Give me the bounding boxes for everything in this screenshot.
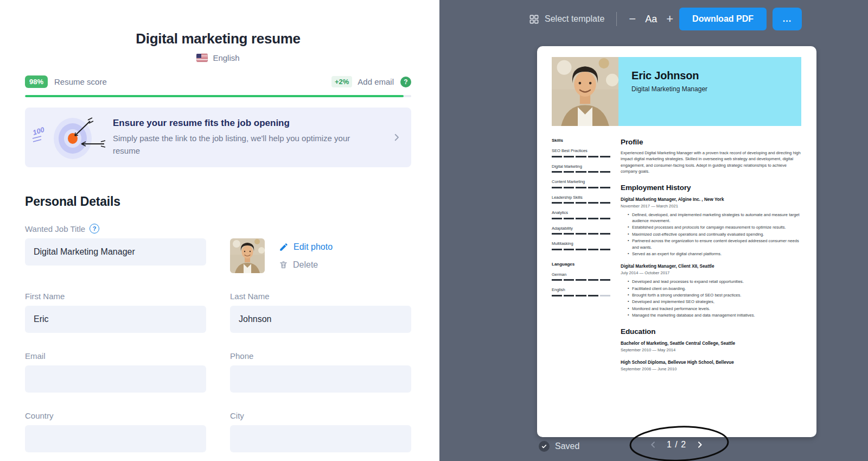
score-label: Resume score: [54, 77, 107, 86]
email-label: Email: [25, 351, 46, 361]
employment-entry: Digital Marketing Manager, Algine Inc. ,…: [621, 197, 801, 257]
photo-widget: Edit photo Delete: [230, 238, 411, 273]
job-match-banner[interactable]: 100 Ensure your r: [25, 108, 411, 167]
score-badge: 98%: [25, 75, 48, 88]
score-progress-fill: [25, 95, 404, 97]
skills-heading: Skills: [552, 138, 610, 143]
download-pdf-button[interactable]: Download PDF: [679, 8, 767, 30]
languages-heading: Languages: [552, 262, 610, 267]
resume-header: Eric Johnson Digital Marketing Manager: [552, 57, 801, 126]
select-template-button[interactable]: Select template: [529, 14, 604, 24]
education-entry: High School Diploma, Bellevue High Schoo…: [621, 360, 801, 371]
add-email-link[interactable]: Add email: [358, 77, 394, 86]
education-entry: Bachelor of Marketing, Seattle Central C…: [621, 341, 801, 352]
skill-level-bar: [552, 249, 610, 250]
skill-item: Analytics: [552, 210, 610, 219]
resume-job-title: Digital Marketing Manager: [631, 85, 801, 93]
us-flag-icon: [196, 54, 208, 62]
job-bullet: Developed and implemented SEO strategies…: [628, 299, 801, 305]
resume-sidebar: Skills SEO Best PracticesDigital Marketi…: [552, 138, 610, 371]
skill-level-bar: [552, 187, 610, 188]
skill-item: Content Marketing: [552, 179, 610, 188]
job-bullet: Defined, developed, and implemented mark…: [628, 212, 801, 224]
skill-level-bar: [552, 156, 610, 157]
preview-panel: Select template − Aa + Download PDF ...: [439, 0, 868, 461]
job-bullet: Monitored and tracked performance levels…: [628, 306, 801, 312]
education-list: Bachelor of Marketing, Seattle Central C…: [621, 341, 801, 371]
language-selector[interactable]: English: [25, 53, 411, 62]
resume-name: Eric Johnson: [631, 70, 801, 82]
edit-photo-button[interactable]: Edit photo: [279, 242, 333, 252]
first-name-input[interactable]: [25, 306, 206, 333]
job-bullet: Established processes and protocols for …: [628, 224, 801, 230]
job-bullet: Developed and lead processes to expand r…: [628, 279, 801, 285]
job-bullets: Defined, developed, and implemented mark…: [621, 212, 801, 257]
resume-score-row: 98% Resume score +2% Add email ?: [25, 75, 411, 88]
city-input[interactable]: [230, 425, 411, 452]
skills-list: SEO Best PracticesDigital MarketingConte…: [552, 148, 610, 250]
job-title-label: Wanted Job Title: [25, 224, 85, 233]
font-size-decrease-button[interactable]: −: [629, 13, 636, 25]
resume-builder-app: Digital marketing resume English 98% Res…: [0, 0, 868, 461]
skill-item: English: [552, 287, 610, 296]
email-input[interactable]: [25, 365, 206, 393]
job-bullet: Maximized cost-effective operations and …: [628, 231, 801, 237]
employment-list: Digital Marketing Manager, Algine Inc. ,…: [621, 197, 801, 319]
languages-list: GermanEnglish: [552, 272, 610, 296]
toolbar-divider: [616, 12, 617, 26]
skill-item: Adaptability: [552, 226, 610, 235]
job-title-help-icon[interactable]: ?: [90, 224, 99, 233]
job-bullet: Facilitated client on-boarding.: [628, 286, 801, 292]
first-name-label: First Name: [25, 292, 65, 301]
job-title-input[interactable]: [25, 238, 206, 266]
previous-page-button[interactable]: [649, 440, 658, 449]
last-name-input[interactable]: [230, 306, 411, 333]
skill-level-bar: [552, 171, 610, 173]
page-indicator: 1 / 2: [667, 440, 686, 450]
delete-photo-button[interactable]: Delete: [279, 260, 333, 270]
skill-item: Multitasking: [552, 241, 610, 250]
saved-check-icon: [539, 441, 550, 452]
skill-item: Digital Marketing: [552, 164, 610, 173]
font-size-button[interactable]: Aa: [645, 14, 657, 25]
skill-item: Leadership Skills: [552, 195, 610, 204]
pencil-icon: [279, 242, 289, 252]
job-bullet: Served as an expert for digital channel …: [628, 251, 801, 257]
profile-photo-thumbnail[interactable]: [230, 238, 265, 273]
banner-subtitle: Simply paste the link to the job listing…: [113, 132, 379, 157]
language-label: English: [213, 53, 239, 62]
education-heading: Education: [621, 327, 801, 336]
editor-panel: Digital marketing resume English 98% Res…: [0, 0, 439, 461]
phone-input[interactable]: [230, 365, 411, 393]
skill-level-bar: [552, 233, 610, 235]
chevron-right-icon: [392, 132, 401, 142]
target-illustration: 100: [29, 110, 111, 165]
score-help-icon[interactable]: ?: [400, 77, 411, 87]
score-progress-track: [25, 95, 411, 97]
resume-photo: [552, 57, 618, 126]
saved-label: Saved: [555, 441, 579, 451]
profile-text: Experienced Digital Marketing Manager wi…: [621, 150, 801, 175]
font-size-increase-button[interactable]: +: [666, 13, 673, 25]
saved-status: Saved: [539, 441, 579, 452]
personal-details-heading: Personal Details: [25, 194, 411, 209]
next-page-button[interactable]: [695, 440, 704, 449]
skill-level-bar: [552, 218, 610, 219]
job-bullet: Brought forth a strong understanding of …: [628, 292, 801, 298]
resume-preview-page: Eric Johnson Digital Marketing Manager S…: [537, 46, 816, 437]
preview-toolbar: Select template − Aa + Download PDF ...: [439, 0, 868, 38]
more-options-button[interactable]: ...: [773, 8, 802, 30]
job-bullet: Partnered across the organization to ens…: [628, 238, 801, 250]
job-bullet: Managed the marketing database and data …: [628, 312, 801, 318]
country-input[interactable]: [25, 425, 206, 452]
svg-text:100: 100: [31, 125, 46, 137]
trash-icon: [279, 260, 288, 269]
skill-level-bar: [552, 202, 610, 204]
employment-heading: Employment History: [621, 184, 801, 192]
template-grid-icon: [529, 14, 539, 24]
country-label: Country: [25, 411, 54, 420]
last-name-label: Last Name: [230, 292, 270, 301]
resume-name-banner: Eric Johnson Digital Marketing Manager: [618, 57, 801, 126]
document-title[interactable]: Digital marketing resume: [25, 30, 411, 47]
page-navigation: 1 / 2: [649, 440, 704, 450]
